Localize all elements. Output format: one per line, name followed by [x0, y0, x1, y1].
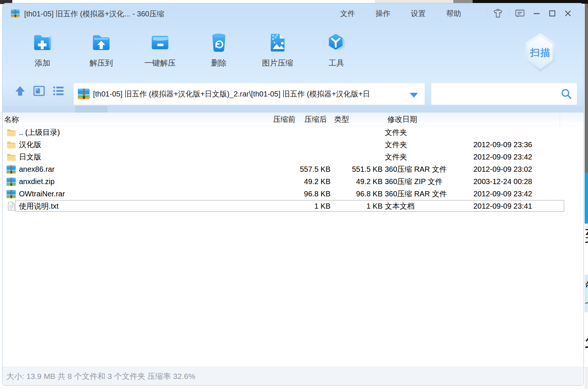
window-chrome: [th01-05] 旧五作 (模拟器+汉化... - 360压缩 文件操作设置帮…: [3, 3, 584, 113]
toolbar-label: 一键解压: [144, 58, 176, 68]
address-path: [th01-05] 旧五作 (模拟器+汉化版+日文版)_2.rar\[th01-…: [93, 89, 408, 99]
image-file-icon: [266, 31, 289, 54]
title-bar: [th01-05] 旧五作 (模拟器+汉化... - 360压缩 文件操作设置帮…: [3, 3, 584, 23]
table-row[interactable]: 使用说明.txt1 KB1 KB文本文档2012-09-09 23:41: [3, 200, 584, 212]
backdrop-text-fragment: 到: [585, 228, 588, 244]
up-level-button[interactable]: [15, 85, 26, 97]
row-name: 使用说明.txt: [19, 200, 59, 212]
column-header-after[interactable]: 压缩后: [304, 113, 327, 126]
row-size-before: [245, 151, 330, 163]
table-row[interactable]: .. (上级目录)文件夹: [3, 126, 584, 139]
menu-help[interactable]: 帮助: [446, 9, 461, 19]
folder-icon: [4, 151, 18, 163]
row-type: 360压缩 RAR 文件: [385, 188, 447, 200]
row-name: .. (上级目录): [19, 126, 60, 139]
address-bar[interactable]: [th01-05] 旧五作 (模拟器+汉化版+日文版)_2.rar\[th01-…: [74, 83, 425, 105]
row-name: anxdiet.zip: [19, 175, 55, 188]
feedback-button[interactable]: [514, 8, 525, 19]
folder-icon: [4, 139, 18, 151]
scan-badge-face: 扫描: [527, 36, 554, 69]
row-size-after: [319, 126, 383, 139]
app-archive-icon: [10, 8, 20, 19]
add-folder-icon: [31, 31, 54, 54]
toolbar-label: 图片压缩: [262, 58, 293, 68]
table-row[interactable]: 日文版文件夹2012-09-09 23:42: [3, 151, 584, 163]
scan-label: 扫描: [530, 46, 551, 59]
background-window-gray-edge: [585, 4, 588, 173]
menu-bar: 文件操作设置帮助: [340, 9, 482, 19]
row-size-before: 1 KB: [245, 200, 330, 212]
row-size-after: [319, 139, 383, 151]
chrome-band-tab: [75, 106, 108, 113]
table-row[interactable]: OWtraiNer.rar96.8 KB96.8 KB360压缩 RAR 文件2…: [3, 188, 584, 200]
row-date: 2012-09-09 23:02: [473, 163, 532, 175]
row-type: 文件夹: [385, 139, 407, 151]
row-name: OWtraiNer.rar: [19, 188, 65, 200]
extract-folder-icon: [90, 31, 113, 54]
column-header-name[interactable]: 名称: [4, 113, 19, 126]
search-input[interactable]: [431, 83, 560, 105]
row-name: 汉化版: [19, 139, 41, 151]
skin-button[interactable]: [492, 8, 504, 19]
row-size-before: [245, 139, 330, 151]
address-dropdown-caret[interactable]: [410, 93, 418, 98]
row-name: anex86.rar: [19, 163, 55, 175]
row-date: 2012-09-09 23:42: [473, 151, 532, 163]
table-row[interactable]: anex86.rar557.5 KB551.5 KB360压缩 RAR 文件20…: [3, 163, 584, 175]
window-title: [th01-05] 旧五作 (模拟器+汉化... - 360压缩: [24, 9, 164, 19]
close-button[interactable]: [563, 9, 572, 18]
360zip-window: [th01-05] 旧五作 (模拟器+汉化... - 360压缩 文件操作设置帮…: [2, 3, 584, 386]
toolbar-extract-to-button[interactable]: 解压到: [78, 25, 125, 79]
toolbar-image-compress-button[interactable]: 图片压缩: [254, 25, 301, 79]
search-icon[interactable]: [560, 88, 572, 100]
menu-file[interactable]: 文件: [340, 9, 355, 19]
row-name: 日文版: [19, 151, 41, 163]
background-window-footer: [585, 367, 588, 389]
row-date: 2012-09-09 23:41: [473, 200, 532, 212]
text-file-icon: [4, 200, 18, 212]
row-date: 2003-12-24 00:28: [473, 175, 532, 188]
column-header-type[interactable]: 类型: [334, 113, 349, 126]
table-row[interactable]: anxdiet.zip49.2 KB49.2 KB360压缩 ZIP 文件200…: [3, 175, 584, 188]
titlebar-separator: [487, 9, 487, 18]
toolbar-add-button[interactable]: 添加: [19, 25, 66, 79]
toolbar-one-click-extract-button[interactable]: 一键解压: [137, 25, 183, 79]
toolbar-tools-button[interactable]: 工具: [313, 25, 360, 79]
row-size-after: 96.8 KB: [319, 188, 383, 200]
list-view-button[interactable]: [52, 85, 64, 97]
row-size-before: 557.5 KB: [245, 163, 330, 175]
table-row[interactable]: 汉化版文件夹2012-09-09 23:36: [3, 139, 584, 151]
row-size-before: [245, 126, 330, 139]
file-list: .. (上级目录)文件夹汉化版文件夹2012-09-09 23:36日文版文件夹…: [3, 126, 584, 212]
minimize-button[interactable]: [532, 9, 541, 18]
toolbar-label: 添加: [35, 58, 50, 68]
row-size-before: 96.8 KB: [245, 188, 330, 200]
toolbar-delete-button[interactable]: 删除: [195, 25, 242, 79]
column-header-row: 名称 压缩前 压缩后 类型 修改日期: [3, 113, 584, 126]
background-window-blue-edge: [585, 173, 588, 224]
row-size-before: 49.2 KB: [245, 175, 330, 188]
feedback-icon: [515, 8, 525, 19]
scan-badge[interactable]: 扫描: [524, 33, 557, 72]
column-header-before[interactable]: 压缩前: [273, 113, 295, 126]
toolbar: 添加解压到一键解压删除图片压缩工具: [19, 25, 372, 79]
titlebar-separator: [509, 9, 509, 18]
menu-settings[interactable]: 设置: [411, 9, 426, 19]
close-icon: [564, 9, 572, 18]
column-divider[interactable]: [560, 113, 560, 126]
shirt-icon: [493, 8, 503, 19]
row-type: 360压缩 RAR 文件: [385, 163, 447, 175]
tools-hexagon-icon: [325, 31, 348, 54]
status-text: 大小: 13.9 MB 共 8 个文件和 3 个文件夹 压缩率 32.6%: [6, 371, 195, 382]
row-type: 文件夹: [385, 126, 407, 139]
row-size-after: 49.2 KB: [319, 175, 383, 188]
column-header-date[interactable]: 修改日期: [387, 113, 417, 126]
archive-icon: [4, 163, 18, 175]
row-size-after: 1 KB: [319, 200, 383, 212]
panel-view-button[interactable]: [33, 85, 45, 97]
row-date: 2012-09-09 23:36: [473, 139, 532, 151]
toolbar-label: 解压到: [90, 58, 113, 68]
maximize-button[interactable]: [548, 9, 557, 18]
menu-action[interactable]: 操作: [376, 9, 390, 19]
toolbar-label: 删除: [211, 58, 227, 68]
